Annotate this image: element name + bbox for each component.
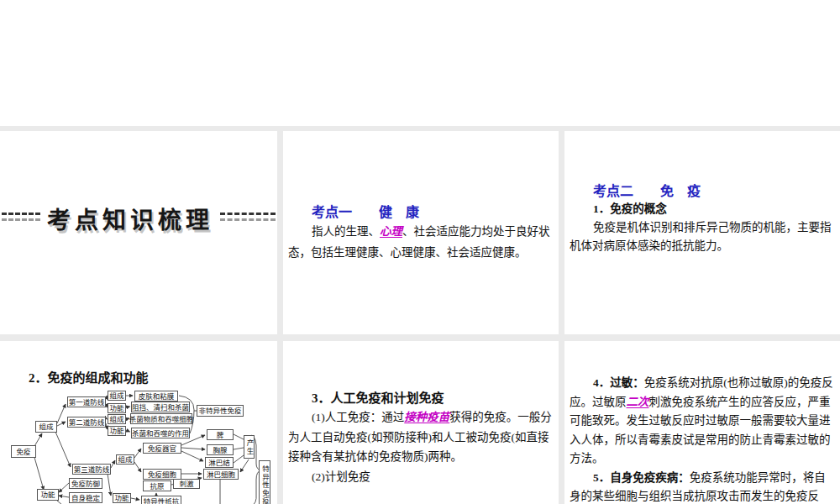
flowchart-node-zucheng-2: 组成 bbox=[108, 414, 126, 424]
topic2-line2: 机体对病原体感染的抵抗能力。 bbox=[570, 237, 835, 255]
flowchart-node-gongneng-3: 功能 bbox=[113, 493, 131, 503]
topic1-line1: 指人的生理、心理、社会适应能力均处于良好状 bbox=[288, 221, 554, 242]
section3-line1-post: 获得的免疫。一般分 bbox=[449, 411, 552, 423]
flowchart-node-pifu-nianmo: 皮肤和粘膜 bbox=[134, 391, 178, 402]
flowchart-node-ciji: 刺激 bbox=[173, 479, 200, 489]
section4-line2: 应。过敏原二次刺激免疫系统产生的应答反应，严重 bbox=[570, 393, 835, 412]
flowchart-node-mianyi-qiguan: 免疫器官 bbox=[143, 443, 181, 454]
section3-line2: 为人工自动免疫(如预防接种)和人工被动免疫(如直接 bbox=[288, 428, 554, 448]
flowchart-node-teyixing-mianyi: 特异性免疫 bbox=[259, 460, 270, 504]
panel-artificial-immunity: 3．人工免疫和计划免疫 (1)人工免疫：通过接种疫苗获得的免疫。一般分 为人工自… bbox=[283, 341, 559, 504]
flowchart-node-xiongxian: 胸腺 bbox=[207, 444, 234, 455]
section-title-row: 考点知识梳理 bbox=[0, 202, 277, 235]
section5-line1: 5．自身免疫疾病：免疫系统功能异常时，将自 bbox=[570, 469, 835, 488]
slide-canvas: 考点知识梳理 考点一 健 康 指人的生理、心理、社会适应能力均处于良好状 态，包… bbox=[0, 126, 840, 504]
topic2-line1: 免疫是机体识别和排斥异己物质的机能，主要指 bbox=[570, 218, 835, 237]
flowchart-node-zishen-wending: 自身稳定 bbox=[69, 492, 102, 503]
topic1-line1-post: 、社会适应能力均处于良好状 bbox=[402, 225, 550, 238]
flowchart-node-zucheng-1: 组成 bbox=[108, 391, 126, 401]
section4-answer-blank: 二次 bbox=[627, 396, 649, 408]
section3-line1: (1)人工免疫：通过接种疫苗获得的免疫。一般分 bbox=[288, 407, 554, 428]
section5-line1-text: 免疫系统功能异常时，将自 bbox=[690, 471, 826, 484]
topic1-line1-pre: 指人的生理、 bbox=[312, 225, 380, 238]
flowchart-node-pi: 脾 bbox=[207, 429, 234, 440]
panel-immunity-composition: 2．免疫的组成和功能 bbox=[0, 341, 277, 504]
flowchart-node-linbajie: 淋巴结 bbox=[205, 457, 234, 468]
flowchart-node-shajun-tunshi: 杀菌和吞噬的作用 bbox=[131, 428, 190, 438]
section4-line1: 4．过敏：免疫系统对抗原(也称过敏原)的免疫反 bbox=[570, 374, 835, 393]
flowchart-node-chansheng: 产生 bbox=[244, 435, 255, 459]
section5-line2: 身的某些细胞与组织当成抗原攻击而发生的免疫反 bbox=[570, 487, 835, 504]
flowchart-node-zucheng-3: 组成 bbox=[116, 454, 134, 465]
topic2-heading: 考点二 免 疫 bbox=[570, 183, 835, 200]
flowchart-node-kangyuan: 抗原 bbox=[143, 480, 171, 491]
immunity-flowchart: 免疫组成功能第一道防线第二道防线第三道防线免疫防御自身稳定组成功能组成功能皮肤和… bbox=[0, 341, 277, 504]
flowchart-node-zucheng-root: 组成 bbox=[35, 421, 57, 433]
section3-answer-blank: 接种疫苗 bbox=[404, 411, 449, 423]
flowchart-node-gongneng-1: 功能 bbox=[108, 403, 126, 413]
flowchart-node-zudang: 阻挡、清扫和杀菌 bbox=[131, 402, 190, 412]
flowchart-node-gongneng-2: 功能 bbox=[108, 426, 126, 436]
panel-section-title: 考点知识梳理 bbox=[0, 131, 277, 334]
section3-line1-pre: (1)人工免疫：通过 bbox=[312, 411, 404, 423]
section3-heading: 3．人工免疫和计划免疫 bbox=[288, 389, 554, 407]
flowchart-node-shajun-wuzhi: 杀菌物质和吞噬细胞 bbox=[130, 413, 192, 424]
flowchart-node-linba-xibao: 淋巴细胞 bbox=[203, 469, 239, 480]
section4-line2-post: 刺激免疫系统产生的应答反应，严重 bbox=[649, 396, 831, 408]
section4-line5: 方法。 bbox=[570, 449, 835, 469]
flowchart-node-fangxian-3: 第三道防线 bbox=[72, 464, 111, 475]
topic1-heading: 考点一 健 康 bbox=[288, 204, 554, 221]
flowchart-node-fei-teyixing: 非特异性免疫 bbox=[197, 405, 244, 417]
page-title: 考点知识梳理 bbox=[47, 202, 213, 235]
section4-label: 4．过敏： bbox=[593, 376, 644, 389]
dash-ornament-left-icon bbox=[2, 213, 40, 224]
topic1-answer-blank: 心理 bbox=[380, 225, 402, 238]
topic1-line2: 态，包括生理健康、心理健康、社会适应健康。 bbox=[288, 242, 554, 263]
section5-label: 5．自身免疫疾病： bbox=[593, 471, 690, 484]
topic2-subheading: 1．免疫的概念 bbox=[570, 200, 835, 218]
panel-allergy-autoimmune: 4．过敏：免疫系统对抗原(也称过敏原)的免疫反 应。过敏原二次刺激免疫系统产生的… bbox=[564, 341, 840, 504]
section3-line3: 接种含有某抗体的免疫物质)两种。 bbox=[288, 447, 554, 467]
dash-ornament-right-icon bbox=[220, 213, 276, 224]
flowchart-node-teyixing-dikang: 特异性抵抗 bbox=[141, 496, 181, 504]
flowchart-node-mianyi: 免疫 bbox=[11, 445, 36, 458]
panel-topic1-health: 考点一 健 康 指人的生理、心理、社会适应能力均处于良好状 态，包括生理健康、心… bbox=[283, 131, 559, 334]
section4-line4: 入人体，所以青霉素皮试是常用的防止青霉素过敏的 bbox=[570, 431, 835, 450]
section3-line4: (2)计划免疫 bbox=[288, 467, 554, 487]
flowchart-node-mianyi-fangyu: 免疫防御 bbox=[69, 478, 102, 489]
flowchart-node-fangxian-2: 第二道防线 bbox=[67, 417, 106, 428]
section4-line1-text: 免疫系统对抗原(也称过敏原)的免疫反 bbox=[644, 376, 833, 389]
panel-topic2-immunity: 考点二 免 疫 1．免疫的概念 免疫是机体识别和排斥异己物质的机能，主要指 机体… bbox=[564, 131, 840, 334]
flowchart-node-fangxian-1: 第一道防线 bbox=[67, 396, 106, 407]
section4-line2-pre: 应。过敏原 bbox=[570, 396, 627, 408]
flowchart-node-gongneng-root: 功能 bbox=[37, 489, 59, 501]
section4-line3: 可能致死。发生过敏反应时过敏原一般需要较大量进 bbox=[570, 412, 835, 431]
